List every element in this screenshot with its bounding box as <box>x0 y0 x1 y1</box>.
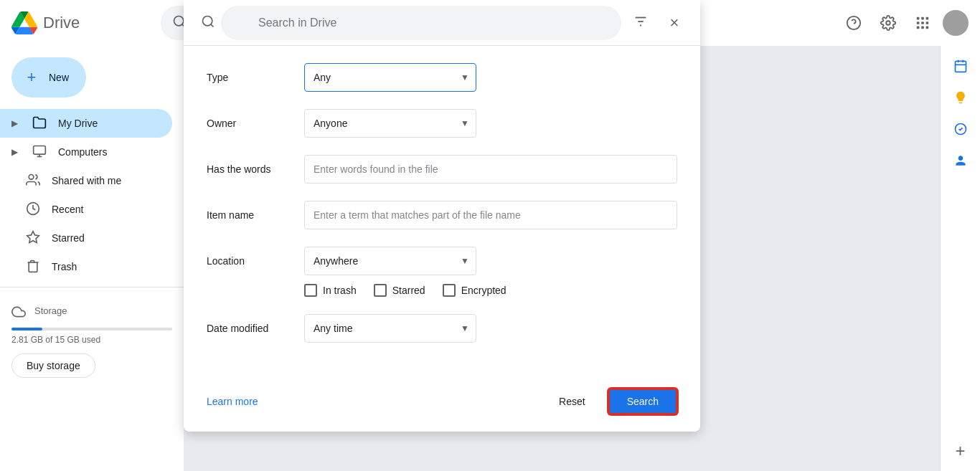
type-label: Type <box>207 72 293 83</box>
starred-label: Starred <box>392 285 425 296</box>
svg-rect-12 <box>921 22 924 24</box>
starred-checkbox[interactable] <box>374 284 387 297</box>
sidebar-item-recent[interactable]: Recent <box>0 195 172 224</box>
calendar-icon[interactable] <box>946 52 975 80</box>
contacts-icon[interactable] <box>946 146 975 175</box>
owner-select[interactable]: Anyone Owned by me Not owned by me Owned… <box>304 109 476 138</box>
new-button-label: New <box>49 72 69 83</box>
sidebar: + New ▶ My Drive ▶ Computers <box>0 46 184 471</box>
type-select[interactable]: Any Documents Spreadsheets Presentations… <box>304 63 476 92</box>
type-select-wrapper: Any Documents Spreadsheets Presentations… <box>304 63 476 92</box>
sidebar-item-trash[interactable]: Trash <box>0 252 172 281</box>
svg-marker-22 <box>27 231 39 242</box>
sidebar-item-starred[interactable]: Starred <box>0 224 172 252</box>
reset-button[interactable]: Reset <box>547 390 597 413</box>
sidebar-item-label-starred: Starred <box>52 232 85 244</box>
sidebar-item-computers[interactable]: ▶ Computers <box>0 138 172 166</box>
drive-logo-icon <box>11 10 37 36</box>
svg-rect-15 <box>921 27 924 29</box>
type-control: Any Documents Spreadsheets Presentations… <box>304 63 677 92</box>
date-modified-label: Date modified <box>207 323 293 334</box>
location-select-wrapper: Anywhere My Drive Shared with me Starred… <box>304 247 476 275</box>
sidebar-divider <box>0 287 184 287</box>
date-select-wrapper: Any time Today Yesterday Last 7 days Las… <box>304 314 476 343</box>
settings-button[interactable] <box>874 9 903 37</box>
topbar-right <box>839 9 969 37</box>
storage-label: Storage <box>34 305 67 316</box>
svg-line-29 <box>211 24 214 27</box>
item-name-label: Item name <box>207 209 293 221</box>
svg-rect-11 <box>917 22 920 24</box>
storage-section: Storage 2.81 GB of 15 GB used Buy storag… <box>0 293 184 389</box>
item-name-control <box>304 201 677 229</box>
svg-rect-16 <box>926 27 929 29</box>
svg-point-20 <box>29 174 34 179</box>
owner-row: Owner Anyone Owned by me Not owned by me… <box>207 109 677 138</box>
dialog-search-icon <box>201 14 215 32</box>
sidebar-item-label-my-drive: My Drive <box>58 118 98 129</box>
dialog-footer: Learn more Reset Search <box>184 377 700 432</box>
close-dialog-button[interactable]: × <box>660 9 689 37</box>
encrypted-label: Encrypted <box>461 285 507 296</box>
keep-icon[interactable] <box>946 83 975 112</box>
in-trash-label: In trash <box>323 285 357 296</box>
shared-icon <box>26 173 40 189</box>
in-trash-checkbox[interactable] <box>304 284 317 297</box>
svg-rect-9 <box>921 17 924 20</box>
location-select[interactable]: Anywhere My Drive Shared with me Starred… <box>304 247 476 275</box>
encrypted-checkbox[interactable] <box>443 284 456 297</box>
sidebar-item-label-computers: Computers <box>58 146 107 158</box>
has-words-input[interactable] <box>304 155 677 184</box>
date-modified-row: Date modified Any time Today Yesterday L… <box>207 314 677 343</box>
sidebar-item-label-recent: Recent <box>52 204 83 215</box>
svg-rect-23 <box>955 61 966 72</box>
has-words-row: Has the words <box>207 155 677 184</box>
sidebar-item-shared[interactable]: Shared with me <box>0 166 172 195</box>
buy-storage-button[interactable]: Buy storage <box>11 353 95 378</box>
svg-point-0 <box>174 16 184 26</box>
my-drive-icon <box>32 115 47 132</box>
dialog-topbar: × <box>184 0 700 46</box>
recent-icon <box>26 201 40 218</box>
date-modified-select[interactable]: Any time Today Yesterday Last 7 days Las… <box>304 314 476 343</box>
filter-options-icon[interactable] <box>627 8 654 38</box>
apps-button[interactable] <box>908 9 937 37</box>
item-name-input[interactable] <box>304 201 677 229</box>
expand-icon-computers: ▶ <box>11 147 18 157</box>
location-row: Location Anywhere My Drive Shared with m… <box>207 247 677 297</box>
svg-point-28 <box>203 16 212 25</box>
search-button[interactable]: Search <box>608 389 677 414</box>
tasks-icon[interactable] <box>946 115 975 143</box>
svg-rect-14 <box>917 27 920 29</box>
svg-rect-8 <box>917 17 920 20</box>
footer-actions: Reset Search <box>547 389 677 414</box>
storage-bar-bg <box>11 328 172 330</box>
has-words-label: Has the words <box>207 163 293 175</box>
learn-more-link[interactable]: Learn more <box>207 396 258 407</box>
storage-used-text: 2.81 GB of 15 GB used <box>11 335 172 345</box>
help-button[interactable] <box>839 9 868 37</box>
svg-rect-17 <box>34 146 46 154</box>
encrypted-checkbox-item[interactable]: Encrypted <box>443 284 507 297</box>
has-words-control <box>304 155 677 184</box>
trash-icon <box>26 259 40 275</box>
storage-cloud-icon <box>11 305 26 322</box>
location-label: Location <box>207 255 293 267</box>
new-button[interactable]: + New <box>11 57 86 97</box>
sidebar-item-my-drive[interactable]: ▶ My Drive <box>0 109 172 138</box>
type-row: Type Any Documents Spreadsheets Presenta… <box>207 63 677 92</box>
sidebar-item-label-shared: Shared with me <box>52 175 121 186</box>
starred-checkbox-item[interactable]: Starred <box>374 284 425 297</box>
app-title: Drive <box>43 14 80 32</box>
dialog-search-input[interactable] <box>221 6 621 40</box>
add-app-icon[interactable]: + <box>946 437 975 465</box>
search-dialog: × Type Any Documents Spreadsheets Presen… <box>184 0 700 432</box>
plus-icon: + <box>23 69 40 86</box>
date-modified-control: Any time Today Yesterday Last 7 days Las… <box>304 314 677 343</box>
sidebar-item-label-trash: Trash <box>52 261 77 272</box>
avatar[interactable] <box>943 10 969 36</box>
svg-rect-10 <box>926 17 929 20</box>
owner-label: Owner <box>207 118 293 129</box>
checkboxes-row: In trash Starred Encrypted <box>207 284 677 297</box>
in-trash-checkbox-item[interactable]: In trash <box>304 284 357 297</box>
